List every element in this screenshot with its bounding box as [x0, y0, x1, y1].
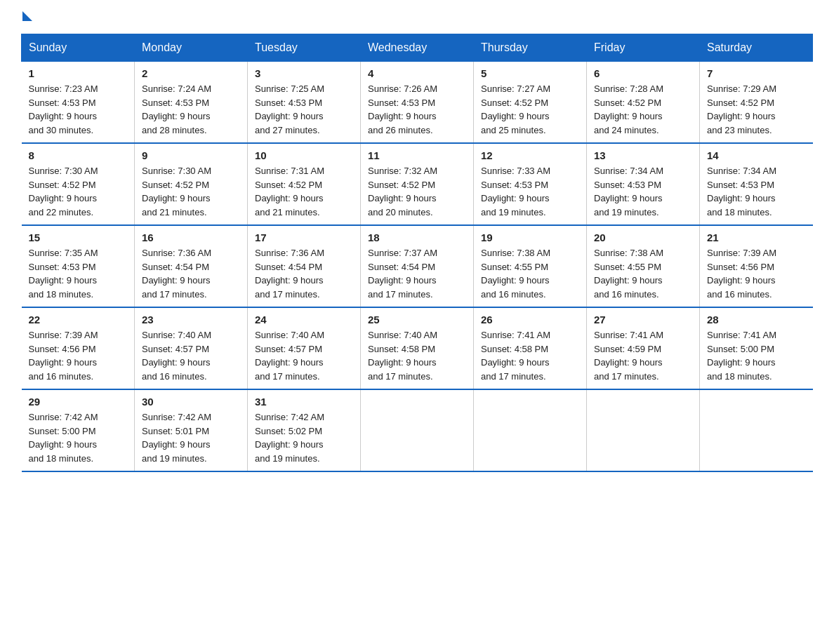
table-row: 16Sunrise: 7:36 AMSunset: 4:54 PMDayligh… [135, 225, 248, 307]
col-monday: Monday [135, 34, 248, 62]
week-row: 8Sunrise: 7:30 AMSunset: 4:52 PMDaylight… [22, 143, 813, 225]
week-row: 22Sunrise: 7:39 AMSunset: 4:56 PMDayligh… [22, 307, 813, 389]
table-row: 17Sunrise: 7:36 AMSunset: 4:54 PMDayligh… [248, 225, 361, 307]
table-row: 21Sunrise: 7:39 AMSunset: 4:56 PMDayligh… [700, 225, 813, 307]
table-row: 2Sunrise: 7:24 AMSunset: 4:53 PMDaylight… [135, 62, 248, 144]
day-info: Sunrise: 7:38 AMSunset: 4:55 PMDaylight:… [594, 246, 692, 301]
day-info: Sunrise: 7:24 AMSunset: 4:53 PMDaylight:… [142, 82, 240, 137]
day-number: 17 [255, 232, 353, 243]
day-info: Sunrise: 7:42 AMSunset: 5:01 PMDaylight:… [142, 410, 240, 465]
day-info: Sunrise: 7:42 AMSunset: 5:02 PMDaylight:… [255, 410, 353, 465]
day-number: 8 [29, 149, 128, 161]
table-row: 26Sunrise: 7:41 AMSunset: 4:58 PMDayligh… [474, 307, 587, 389]
logo-triangle-icon [22, 11, 32, 21]
day-number: 24 [255, 314, 353, 326]
day-number: 25 [368, 314, 466, 326]
day-number: 30 [142, 396, 240, 408]
day-info: Sunrise: 7:39 AMSunset: 4:56 PMDaylight:… [29, 328, 128, 383]
day-info: Sunrise: 7:34 AMSunset: 4:53 PMDaylight:… [707, 164, 806, 219]
day-number: 7 [707, 67, 806, 79]
table-row: 8Sunrise: 7:30 AMSunset: 4:52 PMDaylight… [22, 143, 135, 225]
week-row: 15Sunrise: 7:35 AMSunset: 4:53 PMDayligh… [22, 225, 813, 307]
day-number: 11 [368, 149, 466, 161]
table-row: 25Sunrise: 7:40 AMSunset: 4:58 PMDayligh… [361, 307, 474, 389]
day-number: 12 [481, 149, 579, 161]
table-row: 10Sunrise: 7:31 AMSunset: 4:52 PMDayligh… [248, 143, 361, 225]
day-info: Sunrise: 7:31 AMSunset: 4:52 PMDaylight:… [255, 164, 353, 219]
day-info: Sunrise: 7:41 AMSunset: 5:00 PMDaylight:… [707, 328, 806, 383]
table-row: 4Sunrise: 7:26 AMSunset: 4:53 PMDaylight… [361, 62, 474, 144]
day-number: 18 [368, 232, 466, 243]
day-number: 27 [594, 314, 692, 326]
col-saturday: Saturday [700, 34, 813, 62]
day-info: Sunrise: 7:38 AMSunset: 4:55 PMDaylight:… [481, 246, 579, 301]
col-wednesday: Wednesday [361, 34, 474, 62]
day-info: Sunrise: 7:40 AMSunset: 4:58 PMDaylight:… [368, 328, 466, 383]
calendar-body: 1Sunrise: 7:23 AMSunset: 4:53 PMDaylight… [22, 62, 813, 472]
day-info: Sunrise: 7:33 AMSunset: 4:53 PMDaylight:… [481, 164, 579, 219]
table-row: 11Sunrise: 7:32 AMSunset: 4:52 PMDayligh… [361, 143, 474, 225]
day-number: 15 [29, 232, 128, 243]
day-info: Sunrise: 7:34 AMSunset: 4:53 PMDaylight:… [594, 164, 692, 219]
week-row: 1Sunrise: 7:23 AMSunset: 4:53 PMDaylight… [22, 62, 813, 144]
table-row: 27Sunrise: 7:41 AMSunset: 4:59 PMDayligh… [587, 307, 700, 389]
calendar-table: Sunday Monday Tuesday Wednesday Thursday… [21, 34, 813, 472]
day-number: 23 [142, 314, 240, 326]
day-number: 20 [594, 232, 692, 243]
table-row: 12Sunrise: 7:33 AMSunset: 4:53 PMDayligh… [474, 143, 587, 225]
day-info: Sunrise: 7:32 AMSunset: 4:52 PMDaylight:… [368, 164, 466, 219]
table-row [700, 389, 813, 471]
day-number: 2 [142, 67, 240, 79]
table-row: 15Sunrise: 7:35 AMSunset: 4:53 PMDayligh… [22, 225, 135, 307]
table-row: 5Sunrise: 7:27 AMSunset: 4:52 PMDaylight… [474, 62, 587, 144]
day-info: Sunrise: 7:25 AMSunset: 4:53 PMDaylight:… [255, 82, 353, 137]
day-number: 22 [29, 314, 128, 326]
table-row: 29Sunrise: 7:42 AMSunset: 5:00 PMDayligh… [22, 389, 135, 471]
day-info: Sunrise: 7:26 AMSunset: 4:53 PMDaylight:… [368, 82, 466, 137]
day-info: Sunrise: 7:35 AMSunset: 4:53 PMDaylight:… [29, 246, 128, 301]
day-info: Sunrise: 7:40 AMSunset: 4:57 PMDaylight:… [255, 328, 353, 383]
table-row: 24Sunrise: 7:40 AMSunset: 4:57 PMDayligh… [248, 307, 361, 389]
table-row [361, 389, 474, 471]
day-info: Sunrise: 7:42 AMSunset: 5:00 PMDaylight:… [29, 410, 128, 465]
day-number: 21 [707, 232, 806, 243]
day-number: 9 [142, 149, 240, 161]
table-row: 6Sunrise: 7:28 AMSunset: 4:52 PMDaylight… [587, 62, 700, 144]
day-info: Sunrise: 7:29 AMSunset: 4:52 PMDaylight:… [707, 82, 806, 137]
table-row: 1Sunrise: 7:23 AMSunset: 4:53 PMDaylight… [22, 62, 135, 144]
table-row: 3Sunrise: 7:25 AMSunset: 4:53 PMDaylight… [248, 62, 361, 144]
table-row: 14Sunrise: 7:34 AMSunset: 4:53 PMDayligh… [700, 143, 813, 225]
day-number: 29 [29, 396, 128, 408]
logo [21, 14, 32, 21]
day-number: 1 [29, 67, 128, 79]
week-row: 29Sunrise: 7:42 AMSunset: 5:00 PMDayligh… [22, 389, 813, 471]
table-row: 22Sunrise: 7:39 AMSunset: 4:56 PMDayligh… [22, 307, 135, 389]
day-info: Sunrise: 7:36 AMSunset: 4:54 PMDaylight:… [255, 246, 353, 301]
table-row: 28Sunrise: 7:41 AMSunset: 5:00 PMDayligh… [700, 307, 813, 389]
day-number: 6 [594, 67, 692, 79]
day-number: 5 [481, 67, 579, 79]
page-header [21, 14, 813, 21]
day-info: Sunrise: 7:36 AMSunset: 4:54 PMDaylight:… [142, 246, 240, 301]
table-row: 30Sunrise: 7:42 AMSunset: 5:01 PMDayligh… [135, 389, 248, 471]
day-info: Sunrise: 7:23 AMSunset: 4:53 PMDaylight:… [29, 82, 128, 137]
day-number: 4 [368, 67, 466, 79]
table-row [474, 389, 587, 471]
calendar-header: Sunday Monday Tuesday Wednesday Thursday… [22, 34, 813, 62]
col-thursday: Thursday [474, 34, 587, 62]
day-info: Sunrise: 7:30 AMSunset: 4:52 PMDaylight:… [142, 164, 240, 219]
table-row [587, 389, 700, 471]
table-row: 31Sunrise: 7:42 AMSunset: 5:02 PMDayligh… [248, 389, 361, 471]
table-row: 7Sunrise: 7:29 AMSunset: 4:52 PMDaylight… [700, 62, 813, 144]
day-info: Sunrise: 7:39 AMSunset: 4:56 PMDaylight:… [707, 246, 806, 301]
table-row: 18Sunrise: 7:37 AMSunset: 4:54 PMDayligh… [361, 225, 474, 307]
day-info: Sunrise: 7:40 AMSunset: 4:57 PMDaylight:… [142, 328, 240, 383]
day-number: 10 [255, 149, 353, 161]
table-row: 9Sunrise: 7:30 AMSunset: 4:52 PMDaylight… [135, 143, 248, 225]
day-number: 26 [481, 314, 579, 326]
day-info: Sunrise: 7:28 AMSunset: 4:52 PMDaylight:… [594, 82, 692, 137]
day-number: 3 [255, 67, 353, 79]
col-tuesday: Tuesday [248, 34, 361, 62]
day-info: Sunrise: 7:41 AMSunset: 4:59 PMDaylight:… [594, 328, 692, 383]
day-info: Sunrise: 7:37 AMSunset: 4:54 PMDaylight:… [368, 246, 466, 301]
